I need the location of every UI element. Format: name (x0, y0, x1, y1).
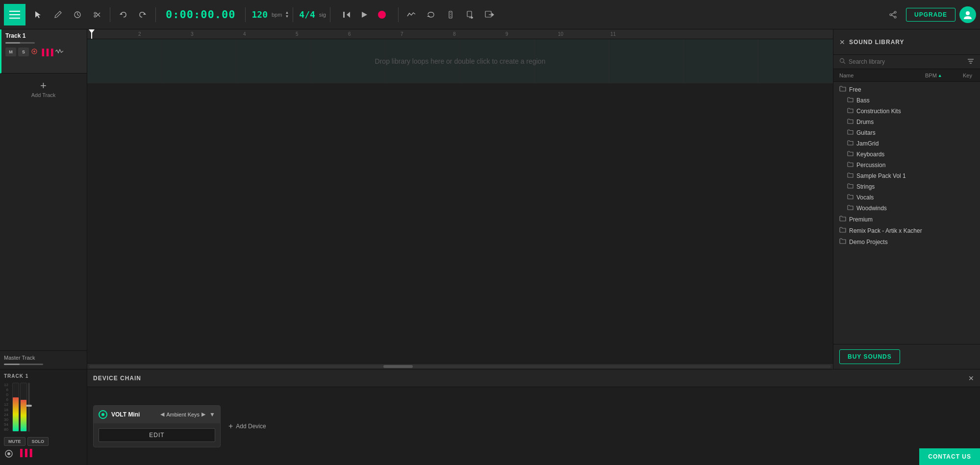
pointer-tool-button[interactable] (29, 6, 47, 24)
device-chain-title: DEVICE CHAIN (93, 375, 964, 382)
folder-remix-pack[interactable]: Remix Pack - Artik x Kacher (833, 225, 980, 236)
track-lanes: Drop library loops here or double click … (87, 39, 833, 363)
clock-tool-button[interactable] (69, 6, 86, 24)
plugin-expand-button[interactable]: ▼ (209, 411, 215, 418)
plugin-preset-next-button[interactable]: ▶ (201, 411, 205, 417)
folder-icon (839, 86, 846, 93)
folder-icon (847, 97, 854, 104)
redo-button[interactable] (134, 6, 151, 24)
bottom-panel: TRACK 1 12 6 0 6 12 18 24 30 54 80 (0, 369, 980, 465)
folder-icon (847, 194, 854, 201)
ruler-mark-2: 2 (138, 29, 141, 39)
svg-marker-12 (362, 12, 367, 18)
buy-sounds-button[interactable]: BUY SOUNDS (839, 349, 900, 364)
plugin-body: EDIT (94, 423, 220, 447)
search-input[interactable] (849, 58, 964, 65)
folder-jamgrid[interactable]: JamGrid (833, 138, 980, 149)
pencil-tool-button[interactable] (49, 6, 67, 24)
plugin-preset-name: Ambient Keys (166, 412, 200, 417)
master-track-name: Master Track (4, 355, 83, 361)
svg-point-27 (966, 11, 970, 15)
folder-percussion[interactable]: Percussion (833, 160, 980, 171)
user-avatar-button[interactable] (959, 6, 976, 23)
loop-button[interactable] (422, 6, 440, 24)
folder-strings[interactable]: Strings (833, 181, 980, 192)
lane-cell (385, 39, 460, 83)
folder-remix-pack-label: Remix Pack - Artik x Kacher (849, 227, 922, 234)
automation-button[interactable] (402, 6, 420, 24)
arrange-area: 2 3 4 5 6 7 8 9 10 11 (87, 29, 833, 369)
share-button[interactable] (884, 6, 902, 24)
track-item-1[interactable]: Track 1 M S ▐▐▐ (0, 29, 87, 73)
search-icon (839, 58, 846, 66)
play-button[interactable] (356, 6, 373, 23)
folder-keyboards[interactable]: Keyboards (833, 149, 980, 160)
folder-icon (847, 129, 854, 136)
device-chain-close-button[interactable]: ✕ (968, 374, 974, 382)
scrollbar-thumb[interactable] (383, 365, 413, 368)
fader-track[interactable] (28, 383, 30, 432)
track-volume-slider-1[interactable] (5, 42, 35, 44)
record-button[interactable] (374, 6, 390, 23)
library-close-button[interactable]: ✕ (839, 38, 845, 46)
lane-cell (684, 39, 758, 83)
ruler-mark-6: 6 (348, 29, 351, 39)
filter-button[interactable] (967, 58, 974, 66)
folder-drums[interactable]: Drums (833, 117, 980, 127)
master-volume-slider[interactable] (4, 364, 43, 365)
scissors-tool-button[interactable] (88, 6, 106, 24)
svg-line-25 (892, 13, 894, 14)
folder-woodwinds[interactable]: Woodwinds (833, 203, 980, 214)
folder-construction-kits-label: Construction Kits (856, 108, 901, 115)
ruler-mark-8: 8 (453, 29, 456, 39)
bottom-track-info: TRACK 1 12 6 0 6 12 18 24 30 54 80 (0, 369, 87, 465)
plugin-power-button[interactable] (99, 410, 107, 419)
horizontal-scrollbar[interactable] (87, 363, 833, 369)
bpm-down-button[interactable]: ▼ (285, 15, 289, 19)
bottom-solo-button[interactable]: SOLO (27, 437, 49, 446)
folder-demo-projects[interactable]: Demo Projects (833, 236, 980, 247)
contact-us-button[interactable]: CONTACT US (919, 448, 980, 465)
track-solo-button-1[interactable]: S (18, 48, 29, 56)
add-track-area[interactable]: + Track 1 Add Track (0, 73, 87, 104)
folder-sample-pack[interactable]: Sample Pack Vol 1 (833, 171, 980, 181)
folder-guitars[interactable]: Guitars (833, 127, 980, 138)
plugin-card: VOLT Mini ◀ Ambient Keys ▶ ▼ EDIT (93, 405, 221, 447)
ruler-mark-11: 11 (610, 29, 616, 39)
playhead[interactable] (91, 29, 92, 39)
rewind-button[interactable] (338, 6, 355, 23)
svg-marker-13 (427, 15, 430, 17)
plugin-preset-prev-button[interactable]: ◀ (160, 411, 164, 417)
export-button[interactable] (481, 6, 499, 24)
playhead-arrow (89, 29, 95, 33)
add-device-button[interactable]: + Add Device (228, 422, 266, 431)
db-markers: 12 6 0 6 12 18 24 30 54 80 (4, 383, 8, 432)
add-track-button[interactable]: + (40, 79, 47, 92)
folder-premium[interactable]: Premium (833, 214, 980, 225)
folder-free[interactable]: Free (833, 84, 980, 95)
track-mute-button-1[interactable]: M (5, 48, 16, 56)
sound-library-panel: ✕ SOUND LIBRARY Name BPM ▲ Key (833, 29, 980, 369)
bottom-mute-button[interactable]: MUTE (4, 437, 25, 446)
folder-icon (847, 183, 854, 190)
fader-thumb[interactable] (26, 405, 32, 407)
metronome-button[interactable] (442, 6, 459, 24)
svg-line-26 (892, 15, 894, 17)
folder-bass[interactable]: Bass (833, 95, 980, 106)
svg-point-36 (7, 452, 10, 455)
bottom-fader-area: 12 6 0 6 12 18 24 30 54 80 (4, 383, 83, 434)
svg-marker-20 (492, 13, 494, 17)
add-device-plus-icon: + (228, 422, 233, 431)
folder-construction-kits[interactable]: Construction Kits (833, 106, 980, 117)
toolbar-right: UPGRADE (884, 6, 976, 24)
upgrade-button[interactable]: UPGRADE (906, 8, 955, 22)
folder-vocals[interactable]: Vocals (833, 192, 980, 203)
track-lane-1[interactable]: Drop library loops here or double click … (87, 39, 833, 83)
import-button[interactable] (461, 6, 479, 24)
folder-vocals-label: Vocals (856, 194, 874, 201)
menu-button[interactable] (4, 4, 25, 25)
record-dot (378, 11, 386, 19)
plugin-edit-button[interactable]: EDIT (99, 428, 215, 442)
undo-button[interactable] (114, 6, 132, 24)
svg-marker-0 (35, 11, 41, 18)
